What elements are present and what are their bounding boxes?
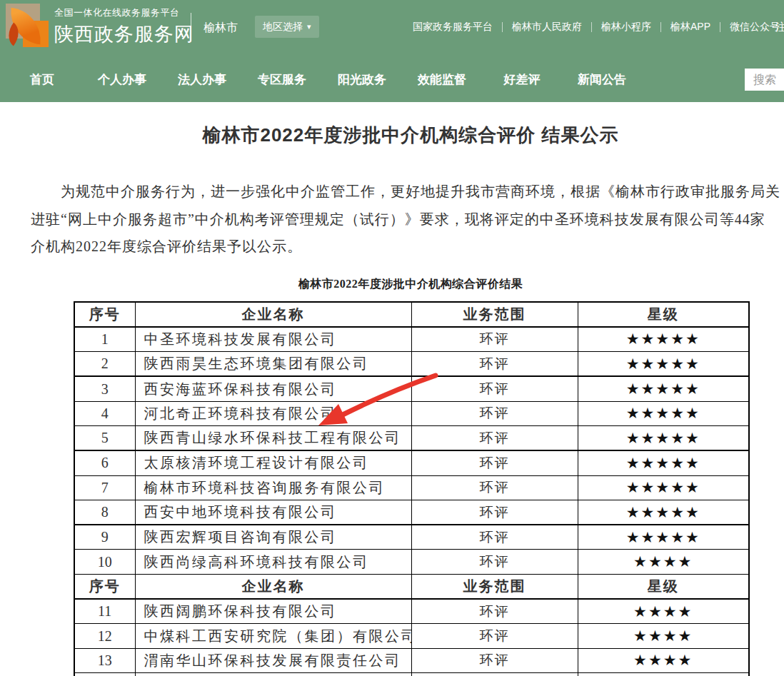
table-cell: 环评 xyxy=(411,327,578,352)
table-cell: 12 xyxy=(74,624,135,648)
search-input[interactable] xyxy=(745,69,784,91)
star-rating: ★★★★★ xyxy=(578,327,749,352)
column-header: 序号 xyxy=(74,302,135,327)
page-title: 榆林市2022年度涉批中介机构综合评价 结果公示 xyxy=(0,123,784,148)
top-link-4[interactable]: 微信公众号 xyxy=(730,21,780,34)
table-cell: 13 xyxy=(74,648,135,672)
star-rating: ★★★★★ xyxy=(578,425,749,450)
evaluation-table: 序号企业名称业务范围星级1中圣环境科技发展有限公司环评★★★★★2陕西雨昊生态环… xyxy=(74,301,750,676)
table-cell: 7 xyxy=(74,475,135,500)
table-cell: 陕西青山绿水环保科技工程有限公司 xyxy=(135,425,411,450)
announcement-paragraph: 为规范中介服务行为，进一步强化中介监管工作，更好地提升我市营商环境，根据《榆林市… xyxy=(0,178,784,261)
main-nav: 首页个人办事法人办事专区服务阳光政务效能监督好差评新闻公告 xyxy=(2,67,642,93)
table-caption: 榆林市2022年度涉批中介机构综合评价结果 xyxy=(0,277,784,292)
brand-divider xyxy=(191,13,191,41)
table-row-1: 1中圣环境科技发展有限公司环评★★★★★ xyxy=(74,327,749,352)
star-rating: ★★★★ xyxy=(578,599,749,624)
table-cell: 10 xyxy=(74,550,135,574)
paragraph-line: 介机构2022年度综合评价结果予以公示。 xyxy=(0,233,784,261)
paragraph-line: 为规范中介服务行为，进一步强化中介监管工作，更好地提升我市营商环境，根据《榆林市… xyxy=(0,178,784,206)
evaluation-table-body: 序号企业名称业务范围星级1中圣环境科技发展有限公司环评★★★★★2陕西雨昊生态环… xyxy=(74,302,749,676)
table-cell: 河北奇正环境科技有限公司 xyxy=(135,401,411,425)
table-header-row: 序号企业名称业务范围星级 xyxy=(74,574,749,599)
table-cell: 中煤科工西安研究院（集团）有限公司 xyxy=(135,624,411,648)
table-cell: 环评 xyxy=(411,599,578,624)
table-cell: 中圣环境科技发展有限公司 xyxy=(135,327,411,352)
table-row-3: 3西安海蓝环保科技有限公司环评★★★★★ xyxy=(74,376,749,401)
top-link-0[interactable]: 国家政务服务平台 xyxy=(413,21,493,34)
star-rating: ★★★★★ xyxy=(578,401,749,425)
table-cell: 环评 xyxy=(411,550,578,574)
table-row-5: 5陕西青山绿水环保科技工程有限公司环评★★★★★ xyxy=(74,425,749,450)
table-cell: 4 xyxy=(74,401,135,425)
column-header: 企业名称 xyxy=(135,302,411,327)
table-cell xyxy=(578,672,749,676)
table-cell: 西安中地环境科技有限公司 xyxy=(135,500,411,525)
nav-item-2[interactable]: 法人办事 xyxy=(162,67,242,93)
star-rating: ★★★★★ xyxy=(578,475,749,500)
column-header: 业务范围 xyxy=(411,302,578,327)
current-city-label: 榆林市 xyxy=(203,21,238,36)
table-cell: 环评 xyxy=(411,352,578,377)
table-row-10: 10陕西尚绿高科环境科技有限公司环评★★★★ xyxy=(74,550,749,574)
table-cell: 西安海蓝环保科技有限公司 xyxy=(135,376,411,401)
table-cell: 太原核清环境工程设计有限公司 xyxy=(135,450,411,475)
top-link-2[interactable]: 榆林小程序 xyxy=(601,21,651,34)
table-cell: 陕西阔鹏环保科技有限公司 xyxy=(135,599,411,624)
table-row-9: 9陕西宏辉项目咨询有限公司环评★★★★★ xyxy=(74,525,749,550)
search-box xyxy=(745,69,784,91)
site-header: 全国一体化在线政务服务平台 陕西政务服务网 榆林市 地区选择 ▾ 国家政务服务平… xyxy=(0,0,784,102)
nav-item-3[interactable]: 专区服务 xyxy=(242,67,322,93)
table-cell: 2 xyxy=(74,352,135,377)
table-cell: 陕西尚绿高科环境科技有限公司 xyxy=(135,550,411,574)
table-cell: 8 xyxy=(74,500,135,525)
page: 全国一体化在线政务服务平台 陕西政务服务网 榆林市 地区选择 ▾ 国家政务服务平… xyxy=(0,0,784,676)
nav-item-7[interactable]: 新闻公告 xyxy=(562,67,642,93)
nav-item-4[interactable]: 阳光政务 xyxy=(322,67,402,93)
column-header: 业务范围 xyxy=(411,574,578,599)
table-row-11: 11陕西阔鹏环保科技有限公司环评★★★★ xyxy=(74,599,749,624)
top-link-1[interactable]: 榆林市人民政府 xyxy=(512,21,582,34)
table-cell: 11 xyxy=(74,599,135,624)
table-row-6: 6太原核清环境工程设计有限公司环评★★★★★ xyxy=(74,450,749,475)
table-cell: 1 xyxy=(74,327,135,352)
chevron-down-icon: ▾ xyxy=(307,23,311,31)
table-cell: 5 xyxy=(74,425,135,450)
table-cell: 环评 xyxy=(411,475,578,500)
platform-tagline: 全国一体化在线政务服务平台 xyxy=(54,6,194,19)
star-rating: ★★★★★ xyxy=(578,352,749,377)
star-rating: ★★★★★ xyxy=(578,500,749,525)
region-selector-button[interactable]: 地区选择 ▾ xyxy=(255,16,319,38)
column-header: 企业名称 xyxy=(135,574,411,599)
table-row-4: 4河北奇正环境科技有限公司环评★★★★★ xyxy=(74,401,749,425)
table-cell: 陕西雨昊生态环境集团有限公司 xyxy=(135,352,411,377)
table-cell: 渭南华山环保科技发展有限责任公司 xyxy=(135,648,411,672)
table-cell: 环评 xyxy=(411,525,578,550)
register-link[interactable]: 注册 xyxy=(775,21,784,34)
table-cell: 环评 xyxy=(411,500,578,525)
table-cell: 3 xyxy=(74,376,135,401)
paragraph-line: 进驻“网上中介服务超市”中介机构考评管理规定（试行）》要求，现将评定的中圣环境科… xyxy=(0,206,784,233)
link-separator xyxy=(591,22,592,32)
table-row-12: 12中煤科工西安研究院（集团）有限公司环评★★★★ xyxy=(74,624,749,648)
link-separator xyxy=(720,22,720,32)
brand: 全国一体化在线政务服务平台 陕西政务服务网 xyxy=(54,6,194,47)
document: 全国一体化在线政务服务平台 陕西政务服务网 榆林市 地区选择 ▾ 国家政务服务平… xyxy=(0,0,784,676)
table-row-13: 13渭南华山环保科技发展有限责任公司环评★★★★ xyxy=(74,648,749,672)
table-cell: 环评 xyxy=(411,376,578,401)
star-rating: ★★★★ xyxy=(578,550,749,574)
nav-item-5[interactable]: 效能监督 xyxy=(402,67,482,93)
nav-item-1[interactable]: 个人办事 xyxy=(82,67,162,93)
table-header-row: 序号企业名称业务范围星级 xyxy=(74,302,749,327)
star-rating: ★★★★ xyxy=(578,624,749,648)
table-cell: 环评 xyxy=(411,425,578,450)
table-cell: 环评 xyxy=(411,450,578,475)
top-link-3[interactable]: 榆林APP xyxy=(670,21,710,34)
table-row-7: 7榆林市环境科技咨询服务有限公司环评★★★★★ xyxy=(74,475,749,500)
link-separator xyxy=(660,22,661,32)
nav-item-0[interactable]: 首页 xyxy=(2,67,82,93)
table-cell xyxy=(411,672,578,676)
table-row-8: 8西安中地环境科技有限公司环评★★★★★ xyxy=(74,500,749,525)
nav-item-6[interactable]: 好差评 xyxy=(482,67,562,93)
star-rating: ★★★★ xyxy=(578,648,749,672)
